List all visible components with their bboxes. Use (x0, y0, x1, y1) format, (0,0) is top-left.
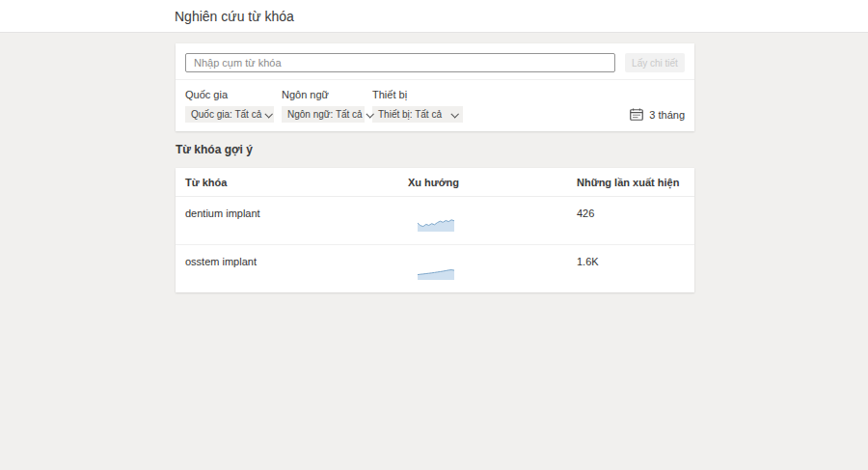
filter-dropdown-value: Ngôn ngữ: Tất cả (287, 109, 363, 120)
table-body: dentium implant 426 osstem implant 1.6K (176, 197, 694, 292)
keyword-cell: osstem implant (185, 245, 408, 267)
keyword-cell: dentium implant (185, 197, 408, 219)
date-range-label: 3 tháng (649, 109, 685, 121)
filter-dropdown-value: Thiết bị: Tất cả (378, 109, 442, 120)
filter-label: Quốc gia (185, 89, 274, 100)
column-header-keyword: Từ khóa (185, 177, 408, 188)
filter-group: Quốc gia Quốc gia: Tất cả (185, 89, 274, 123)
chevron-down-icon (265, 110, 273, 118)
suggested-keywords-table: Từ khóa Xu hướng Những lần xuất hiện den… (176, 168, 694, 292)
search-filter-card: Lấy chi tiết Quốc gia Quốc gia: Tất cả N… (176, 43, 694, 131)
search-row: Lấy chi tiết (176, 43, 694, 79)
get-details-button[interactable]: Lấy chi tiết (625, 53, 685, 72)
filters-row: Quốc gia Quốc gia: Tất cả Ngôn ngữ Ngôn … (176, 80, 694, 131)
impressions-cell: 426 (577, 197, 685, 219)
trend-sparkline (418, 214, 577, 232)
page-title: Nghiên cứu từ khóa (175, 9, 294, 24)
chevron-down-icon (450, 110, 458, 118)
filter-dropdown-country[interactable]: Quốc gia: Tất cả (185, 106, 274, 123)
column-header-impressions: Những lần xuất hiện (577, 177, 685, 188)
column-header-trend: Xu hướng (408, 177, 577, 188)
filter-label: Ngôn ngữ (282, 89, 365, 100)
suggestions-section-title: Từ khóa gợi ý (176, 143, 868, 156)
table-header: Từ khóa Xu hướng Những lần xuất hiện (176, 168, 694, 197)
filter-group: Thiết bị Thiết bị: Tất cả (372, 89, 463, 123)
keyword-search-input[interactable] (185, 53, 615, 72)
filter-group: Ngôn ngữ Ngôn ngữ: Tất cả (282, 89, 365, 123)
filter-dropdown-value: Quốc gia: Tất cả (191, 109, 261, 120)
table-row[interactable]: osstem implant 1.6K (176, 245, 694, 292)
main-content: Lấy chi tiết Quốc gia Quốc gia: Tất cả N… (0, 33, 868, 292)
calendar-icon (630, 108, 643, 121)
filter-dropdown-language[interactable]: Ngôn ngữ: Tất cả (282, 106, 365, 123)
top-bar: Nghiên cứu từ khóa (0, 0, 868, 33)
filter-label: Thiết bị (372, 89, 463, 100)
date-range-picker[interactable]: 3 tháng (630, 108, 685, 123)
table-row[interactable]: dentium implant 426 (176, 197, 694, 245)
trend-sparkline (418, 263, 577, 280)
filter-dropdown-device[interactable]: Thiết bị: Tất cả (372, 106, 463, 123)
impressions-cell: 1.6K (577, 245, 685, 267)
